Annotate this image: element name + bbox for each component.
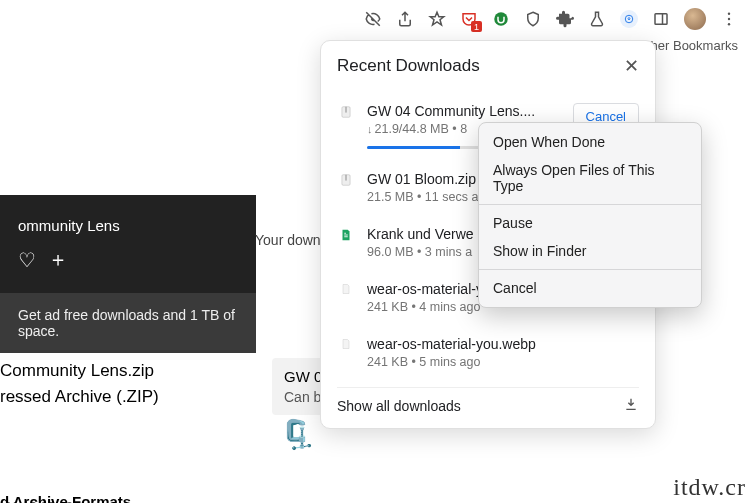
zip-icon [337,171,355,187]
star-icon[interactable] [428,10,446,28]
svg-rect-2 [655,14,667,25]
archive-formats-heading: d Archive Formats [0,493,131,503]
download-all-icon[interactable] [623,396,639,416]
visibility-off-icon[interactable] [364,10,382,28]
favorite-icon[interactable]: ♡ [18,248,36,272]
download-meta: 241 KB • 5 mins ago [367,355,639,369]
file-info: Community Lens.zip ressed Archive (.ZIP)… [0,358,159,503]
zip-icon [337,103,355,119]
menu-pause[interactable]: Pause [479,209,701,237]
sidepanel-icon[interactable] [652,10,670,28]
bg-ad-banner: Get ad free downloads and 1 TB of space. [0,293,256,353]
add-icon[interactable]: ＋ [48,246,68,273]
download-name: GW 04 Community Lens.... [367,103,561,119]
menu-always-open-type[interactable]: Always Open Files of This Type [479,156,701,200]
watermark: itdw.cr [673,474,746,501]
download-item[interactable]: wear-os-material-you.webp 241 KB • 5 min… [337,328,639,383]
menu-separator [479,204,701,205]
bookmarks-bar-hint[interactable]: ther Bookmarks [647,38,738,53]
pocket-icon[interactable]: 1 [460,10,478,28]
svg-point-3 [728,13,730,15]
file-title: Community Lens.zip [0,358,159,384]
svg-rect-9 [345,175,346,181]
download-name: wear-os-material-you.webp [367,336,639,352]
close-icon[interactable]: ✕ [624,55,639,77]
svg-point-4 [728,18,730,20]
menu-cancel[interactable]: Cancel [479,274,701,302]
bg-dark-panel: ommunity Lens ♡ ＋ [0,195,256,293]
downloads-panel-title: Recent Downloads [337,56,480,76]
your-download-text: Your down [255,232,321,248]
ublock-icon[interactable] [492,10,510,28]
menu-icon[interactable] [720,10,738,28]
menu-separator [479,269,701,270]
download-context-menu: Open When Done Always Open Files of This… [478,122,702,308]
zip-file-icon: 🗜️ [280,418,315,451]
menu-show-in-finder[interactable]: Show in Finder [479,237,701,265]
extensions-icon[interactable] [556,10,574,28]
shield-icon[interactable] [524,10,542,28]
show-all-downloads[interactable]: Show all downloads [337,398,461,414]
file-icon [337,281,355,295]
file-subtitle: ressed Archive (.ZIP) [0,384,159,410]
share-icon[interactable] [396,10,414,28]
doc-icon [337,226,355,242]
file-icon [337,336,355,350]
pocket-badge: 1 [471,21,482,32]
downloads-icon[interactable] [620,10,638,28]
bg-title: ommunity Lens [18,217,238,234]
profile-avatar[interactable] [684,8,706,30]
menu-open-when-done[interactable]: Open When Done [479,128,701,156]
svg-rect-7 [345,107,346,113]
labs-icon[interactable] [588,10,606,28]
svg-point-0 [494,12,508,26]
svg-point-5 [728,23,730,25]
